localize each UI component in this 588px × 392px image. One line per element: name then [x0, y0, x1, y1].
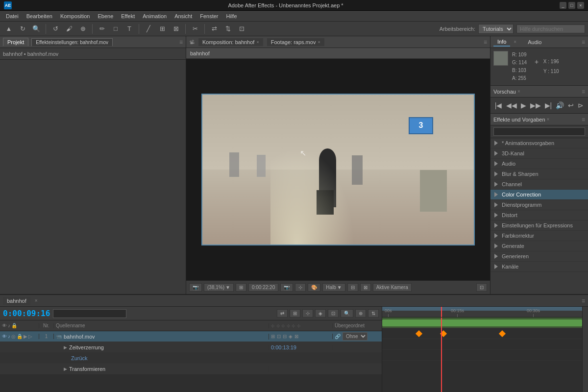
- viewer-color-btn[interactable]: 🎨: [308, 283, 320, 292]
- track-bar-1[interactable]: [382, 319, 582, 326]
- tab-audio[interactable]: Audio: [524, 38, 545, 46]
- tl-btn-4[interactable]: ◈: [315, 309, 326, 318]
- tab-komposition[interactable]: Komposition: bahnhof ×: [198, 38, 263, 46]
- solo-icon[interactable]: ◎: [11, 334, 16, 339]
- help-search-input[interactable]: [516, 24, 585, 33]
- effects-menu-icon[interactable]: ≡: [582, 116, 585, 123]
- tab-info[interactable]: Info: [493, 38, 510, 47]
- effects-close[interactable]: ×: [545, 117, 551, 122]
- info-panel-menu-icon[interactable]: ≡: [582, 39, 585, 46]
- go-end-btn[interactable]: ▶|: [544, 100, 553, 110]
- timeline-search-input[interactable]: [53, 309, 126, 318]
- switch-5[interactable]: ⊠: [294, 334, 298, 339]
- timecode-display[interactable]: 0:00:09:16: [3, 309, 50, 318]
- menu-bearbeiten[interactable]: Bearbeiten: [23, 12, 56, 20]
- selection-tool[interactable]: ▲: [3, 23, 15, 35]
- tl-btn-8[interactable]: ⇅: [368, 309, 379, 318]
- text-tool[interactable]: T: [123, 23, 135, 35]
- workspace-select[interactable]: Tutorials: [478, 24, 514, 34]
- effect-einstellungen-expressions[interactable]: Einstellungen für Expressions: [490, 220, 588, 231]
- audio-icon[interactable]: ♪: [8, 334, 10, 339]
- viewer-zoom-btn[interactable]: (38,1%)▼: [204, 283, 234, 292]
- effect-distort[interactable]: Distort: [490, 210, 588, 220]
- menu-ebene[interactable]: Ebene: [94, 12, 117, 20]
- viewer-camera-select-btn[interactable]: Aktive Kamera: [373, 283, 412, 292]
- comp-panel-menu-icon[interactable]: ≡: [484, 39, 487, 46]
- tab-projekt[interactable]: Projekt: [3, 38, 28, 46]
- viewer-extra-btn[interactable]: ⊟: [347, 283, 358, 292]
- effect-channel[interactable]: Channel: [490, 179, 588, 190]
- paint-tool[interactable]: 🖌: [63, 23, 75, 35]
- effect-kanaele[interactable]: Kanäle: [490, 262, 588, 272]
- play-btn[interactable]: ▶: [520, 100, 527, 110]
- tl-btn-2[interactable]: ⊞: [290, 309, 300, 318]
- switch-2[interactable]: ⊡: [277, 334, 281, 339]
- timeline-close[interactable]: ×: [33, 298, 39, 303]
- preview-close[interactable]: ×: [516, 89, 522, 94]
- ram-preview-btn[interactable]: ⊳: [577, 100, 585, 110]
- window-controls[interactable]: _ □ ×: [560, 2, 584, 9]
- effect-farbkorrektur[interactable]: Farbkorrektur: [490, 231, 588, 241]
- tab-effekteinstellungen[interactable]: Effekteinstellungen: bahnhof.mov: [31, 38, 113, 46]
- timeline-row-1[interactable]: 👁 ♪ ◎ 🔒 ▶ ▷ 1 📹 bahnhof.mov: [0, 331, 382, 342]
- preview-menu-icon[interactable]: ≡: [582, 88, 585, 95]
- subrow-expand-icon[interactable]: ▶: [64, 345, 67, 350]
- lock-icon[interactable]: 🔒: [17, 334, 23, 339]
- viewer-extra-btn2[interactable]: ⊠: [360, 283, 371, 292]
- reset-tool[interactable]: ↺: [49, 23, 61, 35]
- menu-hilfe[interactable]: Hilfe: [222, 12, 241, 20]
- left-panel-menu-icon[interactable]: ≡: [179, 39, 183, 46]
- tl-btn-7[interactable]: ⊕: [355, 309, 366, 318]
- comp-tab-close[interactable]: ×: [256, 40, 259, 45]
- transform-expand-icon[interactable]: ▶: [64, 367, 67, 371]
- maximize-button[interactable]: □: [568, 2, 575, 9]
- close-button[interactable]: ×: [577, 2, 584, 9]
- info-panel-close[interactable]: ×: [512, 39, 518, 45]
- tl-btn-5[interactable]: ⊡: [328, 309, 339, 318]
- zurueck-link[interactable]: Zurück: [71, 355, 88, 361]
- rotation-tool[interactable]: ↻: [17, 23, 28, 35]
- audio-btn[interactable]: 🔊: [555, 100, 565, 110]
- menu-animation[interactable]: Animation: [139, 12, 171, 20]
- timeline-tab[interactable]: bahnhof: [3, 297, 30, 305]
- zoom-tool[interactable]: 🔍: [30, 23, 42, 35]
- timeline-menu-icon[interactable]: ≡: [582, 297, 585, 304]
- switch-3[interactable]: ⊟: [283, 334, 287, 339]
- loop-btn[interactable]: ↩: [567, 100, 575, 110]
- playhead[interactable]: [441, 307, 442, 317]
- transform-tool[interactable]: ⊕: [77, 23, 89, 35]
- effect-dienstprogramm[interactable]: Dienstprogramm: [490, 200, 588, 210]
- viewer-quality-btn[interactable]: Halb▼: [322, 283, 345, 292]
- play-row-icon[interactable]: ▷: [28, 334, 32, 339]
- extra-tool-1[interactable]: ⇄: [208, 23, 220, 35]
- brush-tool[interactable]: ╱: [143, 23, 154, 35]
- tl-btn-3[interactable]: ⊹: [302, 309, 313, 318]
- effect-generate[interactable]: Generate: [490, 241, 588, 251]
- expand-row-icon[interactable]: ▶: [24, 334, 27, 339]
- shape-tool[interactable]: □: [110, 23, 122, 35]
- work-area-bar[interactable]: [382, 307, 582, 311]
- effect-color-correction[interactable]: Color Correction: [490, 190, 588, 200]
- step-forward-btn[interactable]: ▶▶: [529, 100, 542, 110]
- extra-tool-2[interactable]: ⇅: [222, 23, 234, 35]
- viewer-resize-btn[interactable]: ⊞: [236, 283, 246, 292]
- effects-search-input[interactable]: [493, 127, 585, 136]
- minimize-button[interactable]: _: [560, 2, 566, 9]
- viewer-area[interactable]: 3 ↖: [186, 59, 490, 280]
- menu-ansicht[interactable]: Ansicht: [171, 12, 196, 20]
- timeline-subrow-zurueck[interactable]: Zurück: [0, 353, 382, 364]
- effect-generieren[interactable]: Generieren: [490, 251, 588, 262]
- viewer-timecode-btn[interactable]: 0:00:22:20: [248, 283, 278, 292]
- tl-btn-6[interactable]: 🔍: [341, 309, 353, 318]
- extra-tool-3[interactable]: ⊡: [236, 23, 247, 35]
- parent-select[interactable]: Ohne: [343, 332, 368, 341]
- menu-effekt[interactable]: Effekt: [117, 12, 139, 20]
- viewer-grid-btn[interactable]: ⊹: [295, 283, 306, 292]
- effect-animationsvorgaben[interactable]: * Animationsvorgaben: [490, 138, 588, 148]
- effect-3d-kanal[interactable]: 3D-Kanal: [490, 148, 588, 159]
- eye-icon[interactable]: 👁: [2, 334, 7, 339]
- viewer-camera-icon-btn[interactable]: 📷: [280, 283, 293, 292]
- tab-footage[interactable]: Footage: raps.mov ×: [267, 38, 324, 46]
- effect-audio[interactable]: Audio: [490, 159, 588, 169]
- timeline-scrollbar[interactable]: [582, 307, 588, 392]
